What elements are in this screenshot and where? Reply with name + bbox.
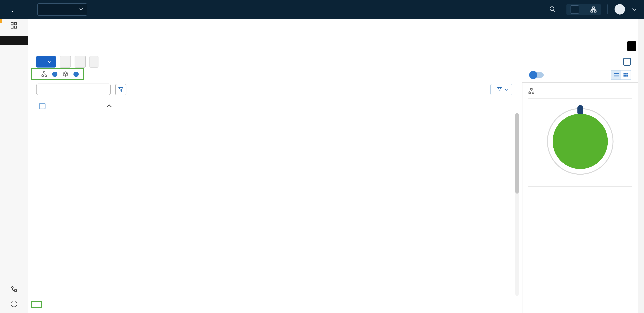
page-scrollbar[interactable]	[638, 19, 644, 313]
search-row	[36, 84, 514, 95]
topbar	[0, 0, 644, 19]
ip-space-breadcrumb	[31, 68, 84, 80]
ip-space-icon	[42, 71, 47, 77]
table-section	[28, 56, 522, 313]
chevron-down-icon	[48, 61, 52, 63]
table-scrollbar-thumb[interactable]	[515, 113, 519, 194]
sidebar-item-guidance[interactable]	[0, 282, 28, 297]
space-dropdown-icon[interactable]	[52, 72, 58, 77]
funnel-icon	[118, 87, 124, 92]
entries-count	[31, 301, 42, 308]
toolbar	[36, 56, 522, 68]
column-header-address[interactable]	[62, 104, 118, 107]
utilization-donut	[543, 104, 617, 179]
sidebar-item-help[interactable]	[0, 297, 28, 312]
flat-view-toggle[interactable]	[530, 72, 544, 78]
list-view-button[interactable]	[611, 71, 621, 80]
table-body	[36, 113, 514, 296]
subnet-icon	[528, 88, 534, 94]
edit-button[interactable]	[60, 56, 71, 68]
sort-ascending-icon[interactable]	[107, 104, 112, 107]
chevron-down-icon	[79, 8, 83, 11]
move-to-recycle-bin-button[interactable]	[74, 56, 86, 68]
funnel-icon	[497, 87, 502, 92]
sidebar-item-monitor[interactable]	[0, 19, 28, 34]
sidebar-item-configure[interactable]	[0, 36, 28, 45]
detail-panel	[522, 83, 638, 313]
sitemap-icon[interactable]	[590, 6, 597, 13]
view-options-row	[522, 68, 638, 83]
global-dhcp-configuration-button[interactable]	[627, 42, 636, 51]
counter-badge[interactable]	[570, 5, 579, 14]
list-view-icon	[613, 73, 619, 77]
app-switcher-dropdown[interactable]	[37, 3, 87, 16]
topbar-divider	[608, 5, 608, 14]
help-icon	[11, 301, 17, 307]
saved-filters-dropdown[interactable]	[490, 84, 512, 95]
grid-view-button[interactable]	[621, 71, 630, 80]
guidance-route-icon	[11, 286, 17, 292]
table-footer	[36, 296, 522, 313]
subnet-cube-icon	[63, 71, 68, 77]
view-switcher	[611, 70, 631, 80]
info-button[interactable]	[623, 58, 631, 66]
table-scrollbar	[515, 113, 519, 296]
search-icon[interactable]	[549, 6, 556, 13]
more-actions-button[interactable]	[90, 56, 98, 68]
create-button[interactable]	[36, 56, 56, 68]
table-header	[36, 99, 514, 113]
filter-button[interactable]	[115, 84, 126, 95]
detail-column	[522, 56, 638, 313]
grid-view-icon	[623, 73, 629, 77]
subnet-dropdown-icon[interactable]	[74, 72, 79, 77]
search-input[interactable]	[36, 84, 111, 95]
subnet-table	[36, 99, 514, 296]
monitor-grid-icon	[10, 22, 17, 29]
topbar-icon-group	[566, 4, 601, 15]
select-all-checkbox[interactable]	[39, 103, 46, 109]
chevron-down-icon	[504, 88, 508, 91]
infoblox-logo	[11, 5, 14, 14]
sidebar	[0, 19, 28, 313]
accent-mark	[0, 19, 2, 23]
breadcrumb	[36, 26, 638, 32]
avatar[interactable]	[614, 4, 625, 15]
user-chevron-down-icon[interactable]	[632, 8, 636, 11]
main-content	[28, 19, 638, 313]
app-window	[0, 0, 644, 313]
